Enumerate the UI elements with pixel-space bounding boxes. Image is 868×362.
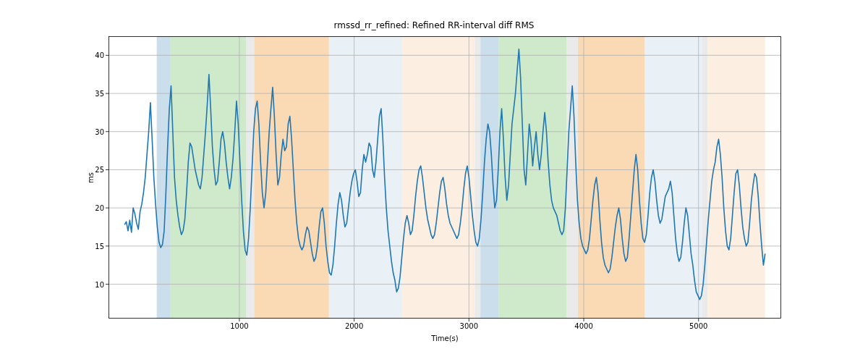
svg-rect-5: [329, 36, 403, 319]
svg-rect-4: [255, 36, 329, 319]
line-plot: [109, 36, 781, 319]
x-axis-label: Time(s): [109, 334, 781, 342]
x-tick-label: 5000: [689, 322, 707, 330]
y-tick-label: 30: [75, 127, 104, 135]
x-tick-label: 1000: [230, 322, 248, 330]
svg-rect-12: [644, 36, 702, 319]
y-tick-label: 40: [75, 51, 104, 59]
y-tick-label: 15: [75, 242, 104, 250]
x-tick-label: 3000: [460, 322, 478, 330]
chart-title: rmssd_rr_refined: Refined RR-interval di…: [0, 20, 868, 30]
y-tick-label: 35: [75, 90, 104, 98]
x-tick-label: 4000: [574, 322, 592, 330]
axes-area: [109, 36, 781, 319]
y-axis-label: ms: [85, 36, 95, 319]
x-tick-label: 2000: [345, 322, 363, 330]
svg-rect-1: [157, 36, 171, 319]
figure: rmssd_rr_refined: Refined RR-interval di…: [0, 0, 868, 362]
svg-rect-11: [578, 36, 644, 319]
y-tick-label: 25: [75, 166, 104, 174]
svg-rect-6: [402, 36, 475, 319]
svg-rect-3: [246, 36, 254, 319]
svg-rect-7: [475, 36, 480, 319]
y-tick-label: 10: [75, 280, 104, 288]
y-tick-label: 20: [75, 204, 104, 212]
svg-rect-13: [702, 36, 707, 319]
